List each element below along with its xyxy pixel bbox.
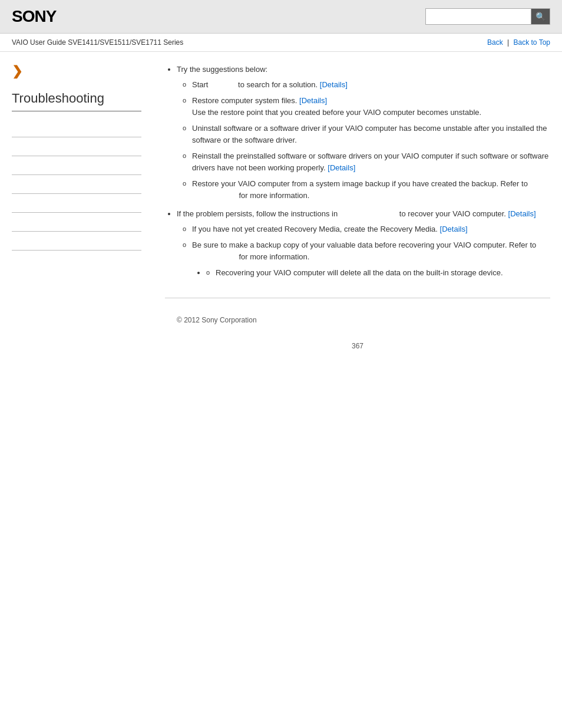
sub-list-item-recovery: If you have not yet created Recovery Med… — [183, 223, 550, 235]
delete-data-text: Recovering your VAIO computer will delet… — [216, 268, 503, 277]
nav-links: Back | Back to Top — [487, 38, 550, 47]
header-search-area: 🔍 — [425, 8, 550, 25]
restore-sub-text: Use the restore point that you created b… — [192, 108, 481, 117]
backup-text: Be sure to make a backup copy of your va… — [192, 241, 536, 261]
reinstall-text: Reinstall the preinstalled software or s… — [192, 151, 548, 172]
sidebar-arrow: ❯ — [12, 64, 141, 79]
back-link[interactable]: Back — [487, 38, 503, 47]
sub-list-item-backup: Be sure to make a backup copy of your va… — [183, 239, 550, 279]
restore-backup-text: Restore your VAIO computer from a system… — [192, 179, 528, 200]
sidebar-links — [12, 118, 141, 251]
content-section: Try the suggestions below: Start to sear… — [165, 64, 550, 298]
search-icon: 🔍 — [535, 12, 546, 21]
back-to-top-link[interactable]: Back to Top — [514, 38, 550, 47]
sub-list-item: Start to search for a solution. [Details… — [183, 79, 550, 91]
details-link-2[interactable]: [Details] — [299, 96, 327, 105]
sidebar-link[interactable] — [12, 218, 14, 226]
sidebar-title: Troubleshooting — [12, 91, 141, 111]
sidebar-link-item[interactable] — [12, 156, 141, 175]
sidebar-link[interactable] — [12, 237, 14, 245]
search-button[interactable]: 🔍 — [531, 8, 550, 25]
sidebar: ❯ Troubleshooting — [12, 52, 153, 368]
sidebar-link-item[interactable] — [12, 213, 141, 232]
sub-list-item: Restore computer system files. [Details]… — [183, 95, 550, 118]
intro-text: Try the suggestions below: — [177, 65, 267, 74]
sub-list: Start to search for a solution. [Details… — [177, 79, 550, 202]
nav-separator: | — [507, 38, 511, 47]
nav-bar: VAIO User Guide SVE1411/SVE1511/SVE1711 … — [0, 34, 562, 52]
sidebar-link[interactable] — [12, 143, 14, 151]
item-start-label: Start — [192, 80, 208, 89]
sub-list-item: Uninstall software or a software driver … — [183, 123, 550, 146]
sub-sub-list: Recovering your VAIO computer will delet… — [192, 267, 550, 279]
sony-logo: SONY — [12, 7, 56, 26]
problem-persists-text: If the problem persists, follow the inst… — [177, 209, 506, 218]
main-content: ❯ Troubleshooting Try the suggestions be… — [0, 52, 562, 368]
main-list: Try the suggestions below: Start to sear… — [165, 64, 550, 279]
copyright-text: © 2012 Sony Corporation — [177, 316, 257, 324]
sub-list-2: If you have not yet created Recovery Med… — [177, 223, 550, 279]
footer: © 2012 Sony Corporation — [165, 304, 550, 336]
list-item-2: If the problem persists, follow the inst… — [177, 208, 550, 279]
sidebar-link-item[interactable] — [12, 137, 141, 156]
sidebar-link-item[interactable] — [12, 232, 141, 251]
sub-list-item: Reinstall the preinstalled software or s… — [183, 150, 550, 173]
sidebar-link-item[interactable] — [12, 194, 141, 213]
details-link-5[interactable]: [Details] — [440, 225, 468, 233]
details-link-3[interactable]: [Details] — [328, 163, 355, 172]
sub-sub-list-item: Recovering your VAIO computer will delet… — [206, 267, 550, 279]
item-search-text: to search for a solution. — [238, 80, 318, 89]
details-link-4[interactable]: [Details] — [508, 209, 536, 218]
uninstall-text: Uninstall software or a software driver … — [192, 124, 547, 144]
sidebar-link-item[interactable] — [12, 175, 141, 194]
restore-system-text: Restore computer system files. — [192, 96, 297, 105]
sidebar-link[interactable] — [12, 124, 14, 132]
sidebar-link-item[interactable] — [12, 118, 141, 137]
sub-list-item: Restore your VAIO computer from a system… — [183, 178, 550, 201]
page-number: 367 — [165, 336, 550, 356]
sidebar-link[interactable] — [12, 180, 14, 189]
list-item: Try the suggestions below: Start to sear… — [177, 64, 550, 201]
header: SONY 🔍 — [0, 0, 562, 34]
details-link-1[interactable]: [Details] — [320, 80, 348, 89]
sidebar-link[interactable] — [12, 199, 14, 207]
recovery-media-text: If you have not yet created Recovery Med… — [192, 225, 438, 233]
search-input[interactable] — [425, 8, 531, 25]
guide-title: VAIO User Guide SVE1411/SVE1511/SVE1711 … — [12, 38, 183, 47]
content-area: Try the suggestions below: Start to sear… — [153, 52, 550, 368]
sidebar-link[interactable] — [12, 162, 14, 170]
